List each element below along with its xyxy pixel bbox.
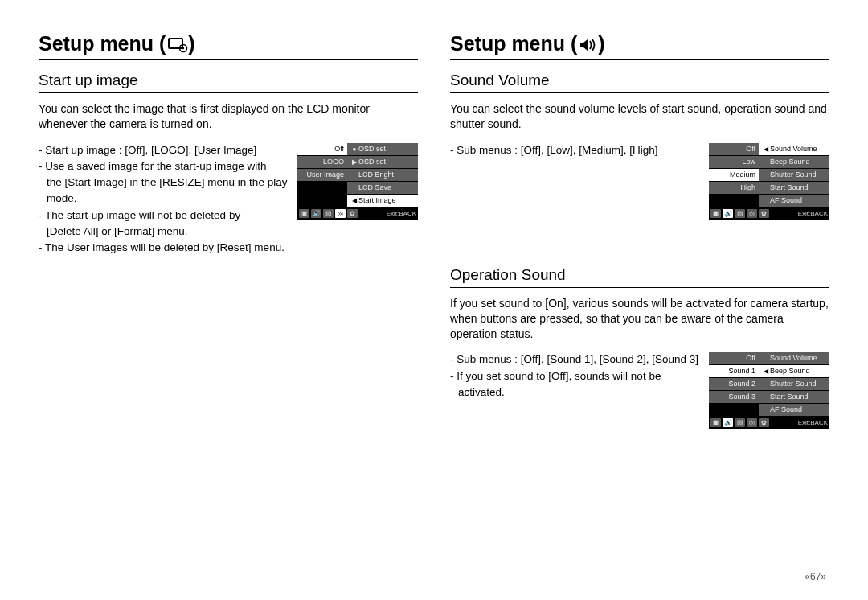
menu-tab-icon[interactable]: ▧ xyxy=(323,209,334,218)
menu-tab-icon[interactable]: 🔊 xyxy=(723,418,733,427)
menu-category[interactable]: Sound Volume xyxy=(759,352,829,364)
startup-image-heading: Start up image xyxy=(39,72,418,93)
right-title-suffix: ) xyxy=(598,32,604,55)
menu-category[interactable]: Beep Sound xyxy=(759,156,829,168)
menu-footer: ▣🔊▧◎✿Exit:BACK xyxy=(709,208,829,220)
menu-option[interactable]: LOGO xyxy=(297,156,347,168)
sound-volume-notes: - Sub menus : [Off], [Low], [Medium], [H… xyxy=(450,143,699,159)
menu-option[interactable] xyxy=(297,182,347,194)
menu-tab-icon[interactable]: ▣ xyxy=(710,209,721,218)
menu-option[interactable]: Sound 3 xyxy=(709,391,759,403)
menu-option[interactable]: Off xyxy=(709,143,759,155)
menu-option[interactable]: Medium xyxy=(709,169,759,181)
operation-sound-desc: If you set sound to [On], various sounds… xyxy=(450,296,829,342)
menu-category[interactable]: AF Sound xyxy=(759,195,829,207)
menu-category[interactable]: LCD Bright xyxy=(347,169,418,181)
menu-footer: ▣🔊▧◎✿Exit:BACK xyxy=(297,208,418,220)
menu-option[interactable] xyxy=(297,195,347,207)
right-title-row: Setup menu ( ) xyxy=(450,32,829,60)
menu-tab-icon[interactable]: 🔊 xyxy=(311,209,321,218)
menu-category[interactable]: Start Sound xyxy=(759,182,829,194)
page-number: «67» xyxy=(805,571,826,582)
left-title-row: Setup menu ( ) xyxy=(39,32,418,60)
menu-category[interactable]: Start Sound xyxy=(759,391,829,403)
menu-exit-label: Exit:BACK xyxy=(798,419,828,426)
menu-option[interactable]: Sound 1 xyxy=(709,365,759,377)
operation-sound-notes: - Sub menus : [Off], [Sound 1], [Sound 2… xyxy=(450,352,699,401)
sound-volume-section: Sound Volume You can select the sound vo… xyxy=(450,72,829,220)
menu-option[interactable] xyxy=(709,195,759,207)
sound-volume-desc: You can select the sound volume levels o… xyxy=(450,101,829,132)
startup-image-section: Start up image You can select the image … xyxy=(39,72,418,257)
svg-point-2 xyxy=(182,47,184,49)
sound-volume-heading: Sound Volume xyxy=(450,72,829,93)
menu-category[interactable]: ◀Sound Volume xyxy=(759,143,829,155)
menu-category[interactable]: LCD Save xyxy=(347,182,418,194)
menu-tab-icon[interactable]: ◎ xyxy=(747,209,757,218)
menu-tab-icon[interactable]: ▧ xyxy=(735,418,745,427)
menu-exit-label: Exit:BACK xyxy=(798,210,828,217)
startup-image-notes: - Start up image : [Off], [LOGO], [User … xyxy=(39,143,288,257)
menu-category[interactable]: AF Sound xyxy=(759,404,829,416)
left-column: Setup menu ( ) Start up image You can se… xyxy=(39,32,418,456)
menu-option[interactable]: User Image xyxy=(297,169,347,181)
menu-tab-icon[interactable]: ✿ xyxy=(759,418,769,427)
right-column: Setup menu ( ) Sound Volume You can sele… xyxy=(450,32,829,456)
menu-footer: ▣🔊▧◎✿Exit:BACK xyxy=(709,417,829,429)
menu-option[interactable]: Off xyxy=(709,352,759,364)
operation-sound-section: Operation Sound If you set sound to [On]… xyxy=(450,266,829,429)
menu-tab-icon[interactable]: ▣ xyxy=(710,418,721,427)
right-title-prefix: Setup menu ( xyxy=(450,32,577,55)
left-title-suffix: ) xyxy=(188,32,194,55)
menu-option[interactable] xyxy=(709,404,759,416)
menu-option[interactable]: High xyxy=(709,182,759,194)
display-setup-icon xyxy=(167,32,188,55)
menu-category[interactable]: ▶OSD set xyxy=(347,156,418,168)
menu-tab-icon[interactable]: ▣ xyxy=(299,209,309,218)
menu-category[interactable]: ●OSD set xyxy=(347,143,418,155)
startup-image-menu: OffLOGOUser Image●OSD set▶OSD setLCD Bri… xyxy=(297,143,418,220)
menu-option[interactable]: Off xyxy=(297,143,347,155)
menu-category[interactable]: ◀Beep Sound xyxy=(759,365,829,377)
operation-sound-menu: OffSound 1Sound 2Sound 3Sound Volume◀Bee… xyxy=(709,352,829,429)
menu-tab-icon[interactable]: ✿ xyxy=(347,209,358,218)
operation-sound-heading: Operation Sound xyxy=(450,266,829,288)
menu-tab-icon[interactable]: 🔊 xyxy=(723,209,733,218)
menu-tab-icon[interactable]: ▧ xyxy=(735,209,745,218)
menu-tab-icon[interactable]: ◎ xyxy=(747,418,757,427)
menu-tab-icon[interactable]: ◎ xyxy=(335,209,346,218)
menu-option[interactable]: Low xyxy=(709,156,759,168)
sound-volume-menu: OffLowMediumHigh◀Sound VolumeBeep SoundS… xyxy=(709,143,829,220)
menu-exit-label: Exit:BACK xyxy=(387,210,416,217)
left-title-prefix: Setup menu ( xyxy=(39,32,166,55)
menu-category[interactable]: Shutter Sound xyxy=(759,378,829,390)
menu-category[interactable]: ◀Start Image xyxy=(347,195,418,207)
menu-tab-icon[interactable]: ✿ xyxy=(759,209,769,218)
menu-category[interactable]: Shutter Sound xyxy=(759,169,829,181)
sound-setup-icon xyxy=(579,32,598,55)
menu-option[interactable]: Sound 2 xyxy=(709,378,759,390)
startup-image-desc: You can select the image that is first d… xyxy=(39,101,418,132)
